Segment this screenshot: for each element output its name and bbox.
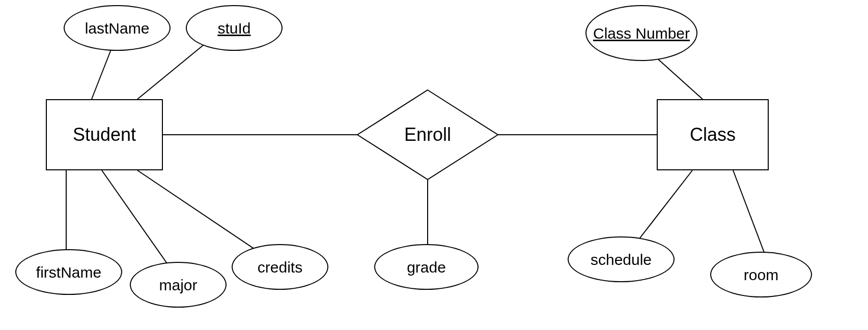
entity-student-label: Student [73, 124, 136, 145]
svg-line-9 [631, 170, 692, 249]
er-diagram: Student Class Enroll lastName stuId firs… [0, 0, 868, 330]
svg-line-4 [137, 170, 270, 259]
svg-line-1 [137, 41, 209, 99]
attribute-stuid: stuId [186, 5, 283, 51]
attribute-schedule: schedule [568, 236, 675, 282]
entity-class-label: Class [690, 124, 736, 145]
attribute-lastname: lastName [64, 5, 171, 51]
attribute-grade: grade [374, 244, 479, 290]
attribute-firstname: firstName [15, 249, 122, 295]
attribute-firstname-label: firstName [36, 264, 101, 281]
attribute-grade-label: grade [407, 259, 446, 276]
attribute-schedule-label: schedule [591, 251, 652, 268]
attribute-lastname-label: lastName [85, 20, 150, 37]
attribute-major: major [130, 262, 227, 308]
relationship-enroll: Enroll [356, 89, 499, 181]
entity-student: Student [46, 99, 163, 170]
attribute-classnumber-label: Class Number [593, 25, 690, 42]
relationship-enroll-label: Enroll [404, 124, 451, 145]
svg-line-10 [733, 170, 769, 264]
attribute-credits-label: credits [258, 259, 302, 276]
attribute-stuid-label: stuId [217, 20, 250, 37]
attribute-major-label: major [159, 277, 197, 293]
attribute-room: room [710, 252, 812, 297]
svg-line-8 [652, 53, 703, 99]
attribute-room-label: room [744, 266, 778, 283]
svg-line-3 [102, 170, 173, 272]
attribute-credits: credits [232, 244, 328, 290]
entity-class: Class [657, 99, 769, 170]
attribute-classnumber: Class Number [585, 5, 697, 61]
